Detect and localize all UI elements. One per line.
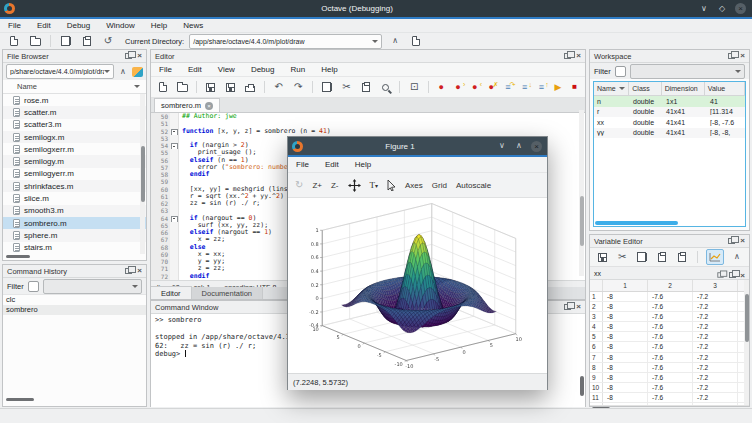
grid-cell[interactable]: -8	[603, 322, 648, 331]
pan-icon[interactable]	[348, 179, 361, 192]
grid-cell[interactable]: -7.2	[693, 332, 738, 341]
menu-window[interactable]: Window	[98, 21, 142, 30]
grid-cell[interactable]: -8	[603, 353, 648, 362]
line-number[interactable]: 58	[151, 171, 170, 178]
rotate-icon[interactable]: ↻	[295, 179, 303, 191]
dock-tab-editor[interactable]: Editor	[151, 286, 192, 299]
toggle-bookmark-button[interactable]: ⊡	[406, 80, 422, 94]
vertical-scrollbar[interactable]	[140, 94, 145, 254]
line-number[interactable]: 62	[151, 200, 170, 207]
filter-combobox[interactable]	[630, 64, 745, 79]
line-number[interactable]: 66	[151, 229, 170, 236]
maximize-icon[interactable]: ◇	[717, 4, 727, 13]
paste-button[interactable]	[358, 80, 374, 94]
column-header-class[interactable]: Class	[629, 82, 661, 95]
line-number[interactable]: 70	[151, 258, 170, 265]
line-number[interactable]: 63	[151, 207, 170, 214]
menu-help[interactable]: Help	[347, 160, 379, 169]
close-panel-icon[interactable]: ×	[576, 53, 581, 59]
zoom-out-button[interactable]: Z-	[331, 181, 339, 190]
previous-breakpoint-button[interactable]: ●‹	[468, 81, 481, 93]
menu-news[interactable]: News	[175, 21, 211, 30]
grid-cell[interactable]: -7.2	[693, 322, 738, 331]
window-titlebar[interactable]: Octave (Debugging) ∨ ◇ ×	[0, 0, 752, 17]
grid-cell[interactable]: -8	[603, 393, 648, 402]
file-row[interactable]: semilogx.m	[3, 131, 146, 143]
one-directory-up-button[interactable]: ∧	[117, 65, 129, 79]
file-row[interactable]: scatter.m	[3, 106, 146, 118]
grid-cell[interactable]: -8	[603, 302, 648, 311]
editor-vertical-scrollbar[interactable]	[579, 110, 584, 276]
redo-button[interactable]: ↷	[291, 80, 307, 94]
close-icon[interactable]: ×	[531, 141, 542, 152]
file-row[interactable]: rose.m	[3, 94, 146, 106]
maximize-icon[interactable]: ∧	[514, 141, 524, 152]
grid-column-1[interactable]: 1	[603, 280, 648, 291]
float-panel-icon[interactable]	[125, 268, 132, 274]
grid-cell[interactable]: -7.2	[693, 342, 738, 351]
grid-row[interactable]: 11-8-7.6-7.2	[590, 393, 749, 403]
copy-button[interactable]	[58, 34, 74, 48]
menu-edit[interactable]: Edit	[29, 21, 59, 30]
file-row[interactable]: shrinkfaces.m	[3, 180, 146, 192]
grid-cell[interactable]: -7.2	[693, 363, 738, 372]
quit-debug-button[interactable]: ■	[568, 81, 581, 93]
grid-row[interactable]: 8-8-7.6-7.2	[590, 363, 749, 373]
copy-button[interactable]	[635, 250, 649, 264]
filter-checkbox[interactable]	[28, 281, 39, 292]
file-row[interactable]: smooth3.m	[3, 205, 146, 217]
line-number[interactable]: 59	[151, 178, 170, 185]
grid-cell[interactable]: -8	[603, 342, 648, 351]
grid-row[interactable]: 6-8-7.6-7.2	[590, 342, 749, 352]
menu-file[interactable]: File	[288, 160, 317, 169]
print-button[interactable]	[242, 80, 258, 94]
new-file-button[interactable]	[155, 80, 171, 94]
figure-titlebar[interactable]: Figure 1 ∨ ∧ ×	[288, 137, 547, 157]
paste-button[interactable]	[655, 250, 669, 264]
file-row[interactable]: semilogyerr.m	[3, 168, 146, 180]
current-directory-combobox[interactable]: /app/share/octave/4.4.0/m/plot/draw	[189, 34, 382, 49]
grid-cell[interactable]: -8	[603, 312, 648, 321]
grid-row[interactable]: 1-8-7.6-7.2	[590, 292, 749, 302]
grid-cell[interactable]: -8	[603, 363, 648, 372]
float-icon[interactable]	[729, 272, 736, 278]
toggle-breakpoint-button[interactable]: ●	[435, 81, 448, 93]
minimize-icon[interactable]: ∨	[497, 141, 507, 152]
tab-close-icon[interactable]: ×	[205, 102, 213, 110]
copy-button[interactable]	[319, 80, 335, 94]
menu-file[interactable]: File	[0, 21, 29, 30]
menu-edit[interactable]: Edit	[180, 65, 210, 74]
variable-editor-header[interactable]: Variable Editor ×	[590, 235, 749, 248]
grid-cell[interactable]: -7.2	[693, 393, 738, 402]
grid-cell[interactable]: -7.6	[648, 363, 693, 372]
open-file-button[interactable]	[175, 80, 191, 94]
editor-header[interactable]: Editor ×	[151, 50, 585, 63]
menu-run[interactable]: Run	[282, 65, 313, 74]
line-number[interactable]: 69	[151, 251, 170, 258]
file-row[interactable]: stairs.m	[3, 242, 146, 254]
figure-window[interactable]: Figure 1 ∨ ∧ × FileEditHelp ↻ Z+ Z- T▾ A…	[287, 136, 548, 390]
open-file-button[interactable]	[27, 34, 43, 48]
file-row[interactable]: sombrero.m	[3, 217, 146, 229]
file-row[interactable]: semilogy.m	[3, 155, 146, 167]
grid-cell[interactable]: -7.6	[648, 393, 693, 402]
axes-button[interactable]: Axes	[405, 181, 423, 190]
line-number[interactable]: 55	[151, 149, 170, 156]
dock-tab-documentation[interactable]: Documentation	[192, 287, 263, 299]
tab-sombrero[interactable]: sombrero.m ×	[154, 98, 220, 112]
undo-button[interactable]: ↺	[100, 34, 116, 48]
float-panel-icon[interactable]	[728, 53, 735, 59]
grid-row[interactable]: 3-8-7.6-7.2	[590, 312, 749, 322]
autoscale-button[interactable]: Autoscale	[456, 181, 491, 190]
history-item[interactable]: sombrero	[3, 305, 146, 315]
new-script-button[interactable]	[6, 34, 22, 48]
grid-cell[interactable]: -7.6	[648, 322, 693, 331]
line-number[interactable]: 67	[151, 236, 170, 243]
grid-cell[interactable]: -7.6	[648, 383, 693, 392]
grid-row[interactable]: 9-8-7.6-7.2	[590, 373, 749, 383]
step-button[interactable]: ≡↷	[502, 81, 515, 93]
float-panel-icon[interactable]	[564, 53, 571, 59]
line-number[interactable]: 60	[151, 186, 170, 193]
grid-cell[interactable]: -8	[603, 292, 648, 301]
line-number[interactable]: 68	[151, 244, 170, 251]
